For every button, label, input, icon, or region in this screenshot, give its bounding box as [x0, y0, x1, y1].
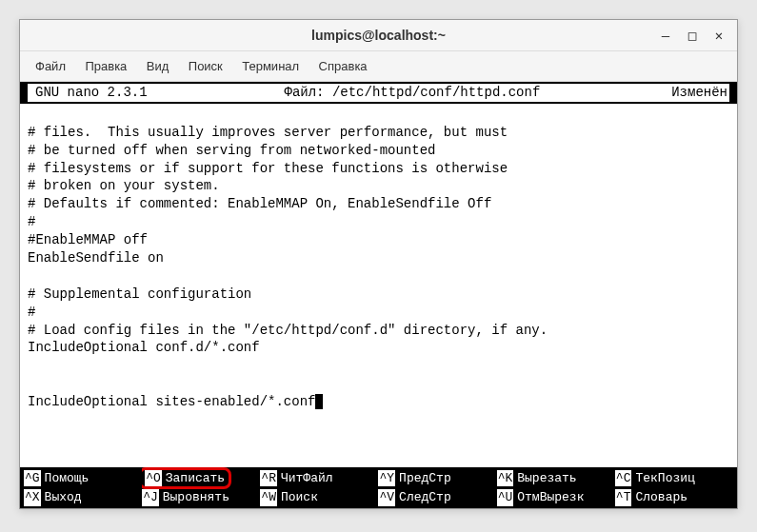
window-controls: – □ ✕ [659, 29, 726, 42]
shortcut-cut: ^K Вырезать [497, 467, 615, 490]
titlebar: lumpics@localhost:~ – □ ✕ [20, 20, 737, 51]
shortcut-uncut: ^U ОтмВырезк [497, 489, 615, 506]
line-5: # Defaults if commented: EnableMMAP On, … [28, 196, 491, 211]
shortcut-label: ОтмВырезк [513, 489, 584, 506]
shortcut-label: СледСтр [395, 489, 451, 506]
shortcut-key: ^U [497, 489, 514, 506]
line-1: # files. This usually improves server pe… [28, 125, 508, 140]
shortcut-key: ^K [497, 470, 514, 487]
shortcut-label: ПредСтр [395, 470, 451, 487]
menubar: Файл Правка Вид Поиск Терминал Справка [20, 51, 737, 82]
menu-terminal[interactable]: Терминал [234, 55, 307, 77]
line-16: IncludeOptional sites-enabled/*.conf [28, 394, 315, 409]
shortcut-label: ТекПозиц [631, 470, 694, 487]
menu-view[interactable]: Вид [139, 55, 177, 77]
shortcut-key: ^C [615, 470, 632, 487]
nano-shortcuts: ^G Помощь ^O Записать ^R ЧитФайл ^Y Пред… [20, 467, 737, 508]
shortcut-key: ^R [260, 470, 277, 487]
nano-version: GNU nano 2.3.1 [28, 84, 155, 102]
shortcut-readfile: ^R ЧитФайл [260, 467, 378, 490]
menu-edit[interactable]: Правка [77, 55, 134, 77]
line-2: # be turned off when serving from networ… [28, 143, 435, 158]
shortcut-label: Поиск [277, 489, 318, 506]
terminal-window: lumpics@localhost:~ – □ ✕ Файл Правка Ви… [19, 19, 738, 509]
line-13: IncludeOptional conf.d/*.conf [28, 340, 260, 355]
shortcut-key: ^X [24, 489, 41, 506]
editor-content[interactable]: # files. This usually improves server pe… [20, 104, 737, 467]
shortcut-key: ^T [615, 489, 632, 506]
shortcut-curpos: ^C ТекПозиц [615, 467, 733, 490]
shortcut-key: ^J [142, 489, 159, 506]
line-6: # [28, 214, 35, 229]
line-3: # filesystems or if support for these fu… [28, 161, 508, 176]
shortcut-label: ЧитФайл [277, 470, 333, 487]
nano-file: Файл: /etc/httpd/conf/httpd.conf [155, 84, 670, 102]
shortcut-key: ^O [145, 470, 162, 487]
shortcut-key: ^W [260, 489, 277, 506]
menu-file[interactable]: Файл [28, 55, 73, 77]
shortcut-label: Вырезать [513, 470, 576, 487]
line-7: #EnableMMAP off [28, 232, 148, 247]
close-button[interactable]: ✕ [712, 29, 726, 42]
shortcut-spell: ^T Словарь [615, 489, 733, 506]
shortcut-label: Помощь [41, 470, 90, 487]
menu-help[interactable]: Справка [311, 55, 375, 77]
shortcut-nextpage: ^V СледСтр [378, 489, 496, 506]
shortcut-label: Словарь [631, 489, 687, 506]
line-8: EnableSendfile on [28, 250, 164, 266]
shortcut-label: Выход [41, 489, 82, 506]
shortcut-writeout: ^O Записать [142, 467, 260, 490]
line-4: # broken on your system. [28, 178, 220, 193]
shortcut-key: ^V [378, 489, 395, 506]
nano-header: GNU nano 2.3.1Файл: /etc/httpd/conf/http… [20, 82, 737, 104]
shortcut-key: ^G [24, 470, 41, 487]
line-11: # [28, 305, 35, 320]
shortcut-prevpage: ^Y ПредСтр [378, 467, 496, 490]
line-12: # Load config files in the "/etc/httpd/c… [28, 323, 548, 338]
shortcut-exit: ^X Выход [24, 489, 142, 506]
minimize-button[interactable]: – [659, 29, 672, 42]
nano-status: Изменён [669, 84, 729, 102]
maximize-button[interactable]: □ [686, 29, 699, 42]
shortcut-justify: ^J Выровнять [142, 489, 260, 506]
shortcut-label: Выровнять [159, 489, 229, 506]
shortcut-help: ^G Помощь [24, 467, 142, 490]
shortcut-search: ^W Поиск [260, 489, 378, 506]
shortcut-label: Записать [162, 470, 225, 487]
cursor [315, 394, 323, 409]
menu-search[interactable]: Поиск [181, 55, 230, 77]
window-title: lumpics@localhost:~ [31, 28, 726, 43]
terminal-area[interactable]: GNU nano 2.3.1Файл: /etc/httpd/conf/http… [20, 82, 737, 508]
shortcut-key: ^Y [378, 470, 395, 487]
line-10: # Supplemental configuration [28, 286, 251, 302]
highlight-annotation: ^O Записать [142, 467, 231, 490]
